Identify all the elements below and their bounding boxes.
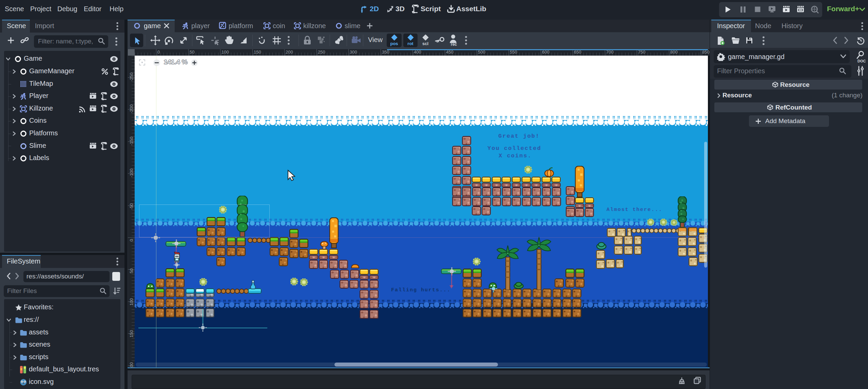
svg-text:rot: rot (407, 41, 413, 46)
svg-text:rec: rec (451, 42, 457, 46)
svg-text:scl: scl (422, 41, 428, 46)
svg-text:DOC: DOC (857, 59, 866, 63)
svg-text:pos: pos (390, 41, 398, 46)
